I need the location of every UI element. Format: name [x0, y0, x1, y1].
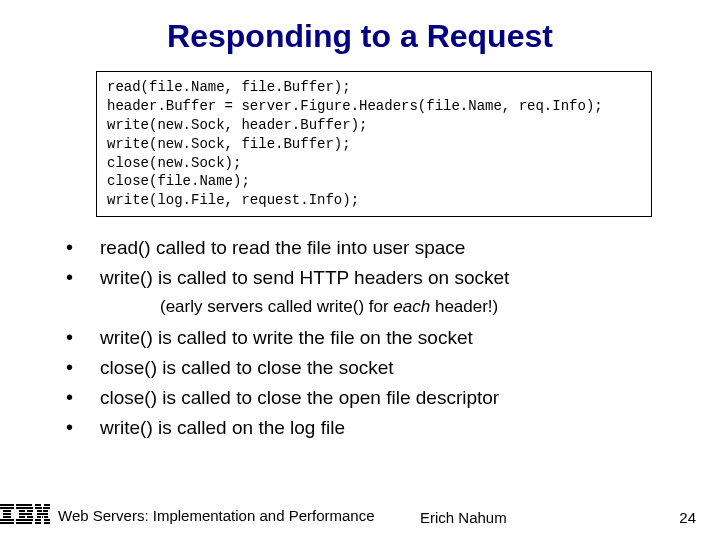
code-line: write(new.Sock, header.Buffer); — [107, 117, 367, 133]
svg-rect-14 — [16, 519, 33, 521]
code-line: write(new.Sock, file.Buffer); — [107, 136, 351, 152]
svg-rect-0 — [0, 504, 14, 506]
svg-rect-8 — [16, 507, 33, 509]
bullet-icon: • — [60, 235, 100, 259]
page-number: 24 — [679, 509, 696, 526]
bullet-list: • read() called to read the file into us… — [60, 235, 680, 441]
bullet-text: write() is called to send HTTP headers o… — [100, 265, 509, 291]
svg-rect-22 — [37, 513, 48, 515]
slide-footer: Web Servers: Implementation and Performa… — [0, 504, 720, 526]
list-item: • close() is called to close the open fi… — [60, 385, 680, 411]
sub-note: (early servers called write() for each h… — [160, 295, 680, 319]
svg-rect-16 — [35, 504, 41, 506]
svg-rect-5 — [0, 519, 14, 521]
bullet-text: read() called to read the file into user… — [100, 235, 465, 261]
bullet-text: close() is called to close the socket — [100, 355, 394, 381]
svg-rect-18 — [35, 507, 42, 509]
svg-rect-19 — [43, 507, 50, 509]
footer-author: Erich Nahum — [420, 509, 507, 526]
code-line: close(new.Sock); — [107, 155, 241, 171]
list-item: • write() is called to send HTTP headers… — [60, 265, 680, 291]
list-item: • write() is called on the log file — [60, 415, 680, 441]
svg-rect-28 — [35, 522, 41, 524]
bullet-icon: • — [60, 385, 100, 409]
list-item: • write() is called to write the file on… — [60, 325, 680, 351]
svg-rect-23 — [37, 516, 41, 518]
bullet-icon: • — [60, 415, 100, 439]
code-line: read(file.Name, file.Buffer); — [107, 79, 351, 95]
svg-rect-12 — [19, 516, 25, 518]
svg-rect-17 — [44, 504, 50, 506]
slide-title: Responding to a Request — [0, 0, 720, 71]
svg-rect-26 — [35, 519, 41, 521]
bullet-text: write() is called to write the file on t… — [100, 325, 473, 351]
svg-rect-4 — [3, 516, 11, 518]
svg-rect-20 — [37, 510, 42, 512]
bullet-text: close() is called to close the open file… — [100, 385, 499, 411]
ibm-logo-icon — [0, 504, 50, 526]
footer-title: Web Servers: Implementation and Performa… — [58, 507, 375, 524]
code-block: read(file.Name, file.Buffer); header.Buf… — [96, 71, 652, 217]
bullet-icon: • — [60, 265, 100, 289]
svg-rect-2 — [3, 510, 11, 512]
code-line: close(file.Name); — [107, 173, 250, 189]
svg-rect-10 — [27, 510, 33, 512]
svg-rect-15 — [16, 522, 32, 524]
list-item: • close() is called to close the socket — [60, 355, 680, 381]
svg-rect-24 — [42, 516, 43, 518]
svg-rect-27 — [44, 519, 50, 521]
note-text: (early servers called write() for — [160, 297, 393, 316]
note-emphasis: each — [393, 297, 430, 316]
svg-rect-21 — [43, 510, 48, 512]
svg-rect-29 — [44, 522, 50, 524]
list-item: • read() called to read the file into us… — [60, 235, 680, 261]
note-text: header!) — [430, 297, 498, 316]
svg-rect-7 — [16, 504, 32, 506]
svg-rect-13 — [27, 516, 33, 518]
bullet-icon: • — [60, 355, 100, 379]
code-line: header.Buffer = server.Figure.Headers(fi… — [107, 98, 603, 114]
svg-rect-9 — [19, 510, 25, 512]
svg-rect-6 — [0, 522, 14, 524]
svg-rect-11 — [19, 513, 32, 515]
bullet-icon: • — [60, 325, 100, 349]
svg-rect-1 — [0, 507, 14, 509]
bullet-text: write() is called on the log file — [100, 415, 345, 441]
code-line: write(log.File, request.Info); — [107, 192, 359, 208]
svg-rect-3 — [3, 513, 11, 515]
svg-rect-25 — [44, 516, 48, 518]
